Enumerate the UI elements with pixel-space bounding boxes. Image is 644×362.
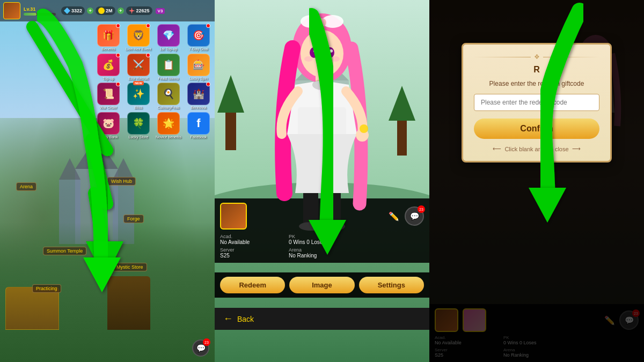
version-badge: V3 [156, 8, 165, 14]
building-mystic-store[interactable]: Mystic Store [113, 263, 147, 271]
redeem-code-input[interactable] [474, 94, 599, 111]
battle-value: 22625 [136, 8, 150, 13]
dialog-subtitle: Please enter the redeem giftcode [474, 80, 599, 87]
back-bar[interactable]: ← Back [215, 308, 429, 330]
icon-label-bliss: Bliss [135, 106, 143, 110]
svg-marker-1 [75, 137, 118, 169]
dialog-overlay[interactable]: ❖ R Please enter the redeem giftcode Con… [429, 0, 644, 362]
icon-label-novice: Novice benefits [156, 135, 181, 139]
svg-point-21 [310, 47, 318, 58]
svg-point-33 [321, 222, 345, 231]
stat-pk-label: PK [289, 234, 355, 239]
coin-icon [98, 8, 105, 14]
icon-elite-recruit[interactable]: ⚔️ Elite Recruit [125, 54, 152, 81]
svg-point-28 [312, 79, 332, 90]
icon-facebook[interactable]: f Facebook [185, 112, 213, 139]
icon-lucky-store[interactable]: 🍀 Lucky Store [125, 112, 152, 139]
notification-dot [116, 82, 120, 86]
exp-bar [24, 13, 56, 16]
icon-war-order[interactable]: 📜 War Order [94, 83, 122, 110]
building-summon-temple[interactable]: Summon Temple [43, 247, 86, 255]
building-forge[interactable]: Forge [123, 215, 144, 223]
svg-rect-31 [326, 193, 341, 225]
close-arrows-left: ⟵ [493, 145, 501, 152]
hud-bar: Lv.31 3322 + 2M + 22625 V3 [0, 0, 215, 21]
deco-line-left [474, 57, 531, 57]
chat-button-p1[interactable]: 💬 23 [192, 339, 209, 357]
coin-currency[interactable]: 2M [96, 6, 115, 15]
svg-point-19 [318, 18, 326, 27]
svg-point-32 [299, 222, 323, 231]
icon-benefits[interactable]: 🎁 Benefits [94, 24, 122, 51]
chat-icon-p2[interactable]: 💬 23 [405, 206, 424, 226]
icon-label-facebook: Facebook [191, 135, 207, 139]
confirm-button[interactable]: Confirm [474, 119, 599, 139]
settings-button[interactable]: Settings [359, 277, 424, 293]
coin-value: 2M [106, 8, 113, 13]
icon-topup[interactable]: 💰 Top-up [94, 54, 122, 81]
gem-currency[interactable]: 3322 [61, 6, 85, 15]
icon-7day-goal[interactable]: 🎯 7-Day Goal [185, 24, 213, 51]
add-coins-button[interactable]: + [118, 8, 124, 14]
stat-server-label: Server [220, 247, 287, 253]
deco-star-left: ❖ [534, 53, 540, 61]
stat-acad-label: Acad. [220, 234, 287, 239]
icon-label-benefits: Benefits [101, 47, 115, 51]
icon-culinary[interactable]: 🍳 CulinaryFeas [155, 83, 182, 110]
action-buttons-bar: Redeem Image Settings [215, 272, 429, 298]
currency-group: 3322 + 2M + 22625 [61, 6, 152, 15]
icon-label-culinary: CulinaryFeas [157, 106, 179, 110]
icon-lucky-spin[interactable]: 🎰 Lucky Spin [185, 54, 213, 81]
character-svg [258, 5, 386, 231]
panel-3: ❖ R Please enter the redeem giftcode Con… [429, 0, 644, 362]
stat-server: Server S25 [220, 247, 287, 258]
redeem-button[interactable]: Redeem [220, 277, 285, 293]
battle-currency[interactable]: 22625 [126, 6, 152, 15]
building-wish-hub[interactable]: Wish Hub [107, 177, 136, 186]
notification-dot [146, 53, 150, 57]
building-arena[interactable]: Arena [16, 182, 36, 191]
stat-empty [357, 234, 424, 245]
icon-bliss[interactable]: ✨ NEW Bliss [125, 83, 152, 110]
svg-rect-10 [225, 107, 236, 150]
notification-dot [116, 53, 120, 57]
icons-grid: 🎁 Benefits 🦁 Lion Heir Event 💎 1st Top-u… [94, 24, 213, 139]
panel-1: Lv.31 3322 + 2M + 22625 V3 [0, 0, 215, 362]
level-bar: Lv.31 [24, 6, 56, 16]
notification-dot [146, 24, 150, 28]
stat-arena-val: No Ranking [289, 253, 355, 258]
icon-label-spin: Lucky Spin [189, 77, 208, 81]
sword-icon [129, 8, 135, 14]
svg-point-23 [313, 49, 317, 53]
icon-bennovia[interactable]: 🏰 Bennovia [185, 83, 213, 110]
icon-label-lucky-store: Lucky Store [129, 135, 149, 139]
new-badge: NEW [133, 81, 144, 85]
icon-first-topup[interactable]: 💎 1st Top-up [155, 24, 182, 51]
edit-profile-icon[interactable]: ✏️ [389, 211, 399, 221]
notification-dot [206, 24, 210, 28]
svg-point-25 [304, 56, 313, 62]
icon-label-7day: 7-Day Goal [189, 47, 208, 51]
profile-avatar[interactable] [220, 203, 247, 230]
icon-piggy-bank[interactable]: 🐷 Piggy Bank [94, 112, 122, 139]
svg-point-20 [301, 30, 343, 77]
player-avatar[interactable] [3, 2, 20, 19]
building-practicing[interactable]: Practicing [32, 284, 61, 293]
deco-line-right [543, 57, 600, 57]
add-gems-button[interactable]: + [87, 8, 93, 14]
stat-pk-val: 0 Wins 0 Loses [289, 239, 355, 245]
gem-value: 3322 [71, 8, 82, 13]
image-button[interactable]: Image [289, 277, 354, 293]
building-2 [107, 276, 150, 330]
icon-novice-benefits[interactable]: 🌟 Novice benefits [155, 112, 182, 139]
icon-label-topup: Top-up [103, 77, 114, 81]
notification-dot [116, 24, 120, 28]
stat-server-val: S25 [220, 253, 287, 258]
svg-point-22 [326, 47, 334, 58]
icon-feast-memo[interactable]: 📋 Feast Memo [155, 54, 182, 81]
icon-lion-event[interactable]: 🦁 Lion Heir Event [125, 24, 152, 51]
svg-rect-30 [303, 193, 318, 225]
dialog-top-decoration: ❖ [474, 53, 599, 61]
notification-dot [206, 82, 210, 86]
stat-acad-val: No Available [220, 239, 287, 245]
